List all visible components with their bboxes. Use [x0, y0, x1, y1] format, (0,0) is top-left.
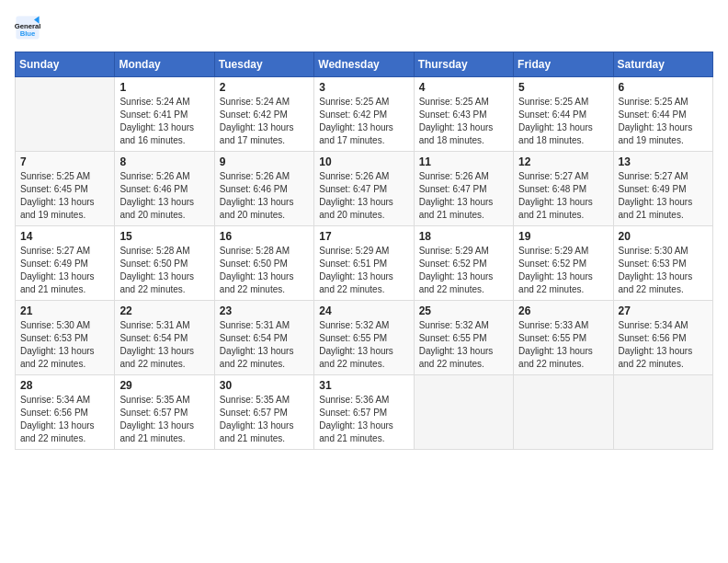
- sunrise-text: Sunrise: 5:25 AM: [20, 170, 109, 183]
- daylight-text: Daylight: 13 hours and 20 minutes.: [119, 196, 209, 222]
- sunset-text: Sunset: 6:55 PM: [319, 332, 408, 345]
- sunset-text: Sunset: 6:48 PM: [518, 183, 608, 196]
- sunrise-text: Sunrise: 5:24 AM: [119, 96, 209, 109]
- day-number: 22: [119, 304, 209, 317]
- weekday-header: Sunday: [16, 52, 115, 77]
- cell-content: Sunrise: 5:25 AM Sunset: 6:42 PM Dayligh…: [319, 96, 408, 147]
- logo: General Blue: [15, 15, 44, 40]
- calendar-week-row: 7 Sunrise: 5:25 AM Sunset: 6:45 PM Dayli…: [16, 152, 713, 226]
- svg-text:Blue: Blue: [20, 29, 36, 38]
- sunset-text: Sunset: 6:46 PM: [119, 183, 209, 196]
- cell-content: Sunrise: 5:26 AM Sunset: 6:47 PM Dayligh…: [419, 170, 508, 222]
- sunset-text: Sunset: 6:56 PM: [619, 332, 708, 345]
- calendar-cell: 14 Sunrise: 5:27 AM Sunset: 6:49 PM Dayl…: [16, 226, 115, 301]
- calendar-cell: 8 Sunrise: 5:26 AM Sunset: 6:46 PM Dayli…: [115, 152, 214, 226]
- cell-content: Sunrise: 5:28 AM Sunset: 6:50 PM Dayligh…: [119, 245, 209, 296]
- weekday-header: Tuesday: [214, 52, 313, 77]
- day-number: 8: [119, 155, 209, 168]
- calendar-week-row: 1 Sunrise: 5:24 AM Sunset: 6:41 PM Dayli…: [16, 77, 713, 152]
- daylight-text: Daylight: 13 hours and 22 minutes.: [20, 419, 109, 445]
- sunset-text: Sunset: 6:44 PM: [518, 109, 608, 121]
- calendar-cell: 25 Sunrise: 5:32 AM Sunset: 6:55 PM Dayl…: [414, 301, 513, 375]
- daylight-text: Daylight: 13 hours and 22 minutes.: [119, 345, 209, 371]
- calendar-cell: 19 Sunrise: 5:29 AM Sunset: 6:52 PM Dayl…: [514, 226, 613, 301]
- day-number: 29: [119, 379, 209, 392]
- cell-content: Sunrise: 5:30 AM Sunset: 6:53 PM Dayligh…: [619, 245, 708, 296]
- day-number: 5: [518, 81, 608, 94]
- daylight-text: Daylight: 13 hours and 22 minutes.: [220, 345, 309, 371]
- day-number: 18: [419, 230, 508, 243]
- sunrise-text: Sunrise: 5:34 AM: [20, 394, 109, 407]
- day-number: 7: [20, 155, 109, 168]
- weekday-header: Thursday: [414, 52, 513, 77]
- daylight-text: Daylight: 13 hours and 22 minutes.: [119, 270, 209, 296]
- daylight-text: Daylight: 13 hours and 22 minutes.: [319, 345, 408, 371]
- calendar-cell: 27 Sunrise: 5:34 AM Sunset: 6:56 PM Dayl…: [613, 301, 712, 375]
- calendar-cell: 12 Sunrise: 5:27 AM Sunset: 6:48 PM Dayl…: [514, 152, 613, 226]
- sunset-text: Sunset: 6:46 PM: [220, 183, 309, 196]
- sunset-text: Sunset: 6:52 PM: [419, 258, 508, 270]
- sunrise-text: Sunrise: 5:29 AM: [319, 245, 408, 258]
- calendar-cell: [16, 77, 115, 152]
- calendar-cell: 29 Sunrise: 5:35 AM Sunset: 6:57 PM Dayl…: [115, 375, 214, 450]
- sunset-text: Sunset: 6:42 PM: [220, 109, 309, 121]
- calendar-cell: 6 Sunrise: 5:25 AM Sunset: 6:44 PM Dayli…: [613, 77, 712, 152]
- cell-content: Sunrise: 5:24 AM Sunset: 6:41 PM Dayligh…: [119, 96, 209, 147]
- calendar-week-row: 28 Sunrise: 5:34 AM Sunset: 6:56 PM Dayl…: [16, 375, 713, 450]
- day-number: 12: [518, 155, 608, 168]
- cell-content: Sunrise: 5:29 AM Sunset: 6:51 PM Dayligh…: [319, 245, 408, 296]
- cell-content: Sunrise: 5:33 AM Sunset: 6:55 PM Dayligh…: [518, 319, 608, 371]
- calendar-week-row: 14 Sunrise: 5:27 AM Sunset: 6:49 PM Dayl…: [16, 226, 713, 301]
- sunset-text: Sunset: 6:42 PM: [319, 109, 408, 121]
- calendar-cell: 17 Sunrise: 5:29 AM Sunset: 6:51 PM Dayl…: [314, 226, 414, 301]
- cell-content: Sunrise: 5:25 AM Sunset: 6:45 PM Dayligh…: [20, 170, 109, 222]
- daylight-text: Daylight: 13 hours and 17 minutes.: [220, 121, 309, 147]
- sunrise-text: Sunrise: 5:32 AM: [319, 319, 408, 332]
- daylight-text: Daylight: 13 hours and 22 minutes.: [619, 345, 708, 371]
- sunset-text: Sunset: 6:53 PM: [619, 258, 708, 270]
- calendar-cell: 21 Sunrise: 5:30 AM Sunset: 6:53 PM Dayl…: [16, 301, 115, 375]
- cell-content: Sunrise: 5:25 AM Sunset: 6:44 PM Dayligh…: [619, 96, 708, 147]
- daylight-text: Daylight: 13 hours and 21 minutes.: [319, 419, 408, 445]
- day-number: 2: [220, 81, 309, 94]
- daylight-text: Daylight: 13 hours and 22 minutes.: [518, 345, 608, 371]
- sunset-text: Sunset: 6:56 PM: [20, 407, 109, 419]
- cell-content: Sunrise: 5:27 AM Sunset: 6:49 PM Dayligh…: [20, 245, 109, 296]
- calendar-cell: [514, 375, 613, 450]
- cell-content: Sunrise: 5:35 AM Sunset: 6:57 PM Dayligh…: [220, 394, 309, 445]
- sunset-text: Sunset: 6:52 PM: [518, 258, 608, 270]
- daylight-text: Daylight: 13 hours and 21 minutes.: [220, 419, 309, 445]
- day-number: 19: [518, 230, 608, 243]
- daylight-text: Daylight: 13 hours and 21 minutes.: [518, 196, 608, 222]
- sunset-text: Sunset: 6:41 PM: [119, 109, 209, 121]
- cell-content: Sunrise: 5:26 AM Sunset: 6:46 PM Dayligh…: [220, 170, 309, 222]
- page-header: General Blue: [15, 15, 713, 40]
- day-number: 26: [518, 304, 608, 317]
- sunrise-text: Sunrise: 5:35 AM: [220, 394, 309, 407]
- day-number: 17: [319, 230, 408, 243]
- calendar-cell: 11 Sunrise: 5:26 AM Sunset: 6:47 PM Dayl…: [414, 152, 513, 226]
- sunrise-text: Sunrise: 5:30 AM: [20, 319, 109, 332]
- calendar-cell: 28 Sunrise: 5:34 AM Sunset: 6:56 PM Dayl…: [16, 375, 115, 450]
- day-number: 11: [419, 155, 508, 168]
- sunrise-text: Sunrise: 5:25 AM: [319, 96, 408, 109]
- daylight-text: Daylight: 13 hours and 22 minutes.: [419, 270, 508, 296]
- sunrise-text: Sunrise: 5:36 AM: [319, 394, 408, 407]
- day-number: 10: [319, 155, 408, 168]
- day-number: 27: [619, 304, 708, 317]
- calendar-cell: 16 Sunrise: 5:28 AM Sunset: 6:50 PM Dayl…: [214, 226, 313, 301]
- weekday-header: Friday: [514, 52, 613, 77]
- cell-content: Sunrise: 5:32 AM Sunset: 6:55 PM Dayligh…: [419, 319, 508, 371]
- calendar-cell: 7 Sunrise: 5:25 AM Sunset: 6:45 PM Dayli…: [16, 152, 115, 226]
- calendar-week-row: 21 Sunrise: 5:30 AM Sunset: 6:53 PM Dayl…: [16, 301, 713, 375]
- day-number: 6: [619, 81, 708, 94]
- day-number: 23: [220, 304, 309, 317]
- sunrise-text: Sunrise: 5:32 AM: [419, 319, 508, 332]
- calendar-cell: [414, 375, 513, 450]
- weekday-header: Wednesday: [314, 52, 414, 77]
- daylight-text: Daylight: 13 hours and 21 minutes.: [419, 196, 508, 222]
- daylight-text: Daylight: 13 hours and 22 minutes.: [319, 270, 408, 296]
- cell-content: Sunrise: 5:31 AM Sunset: 6:54 PM Dayligh…: [119, 319, 209, 371]
- calendar-cell: 23 Sunrise: 5:31 AM Sunset: 6:54 PM Dayl…: [214, 301, 313, 375]
- sunrise-text: Sunrise: 5:31 AM: [119, 319, 209, 332]
